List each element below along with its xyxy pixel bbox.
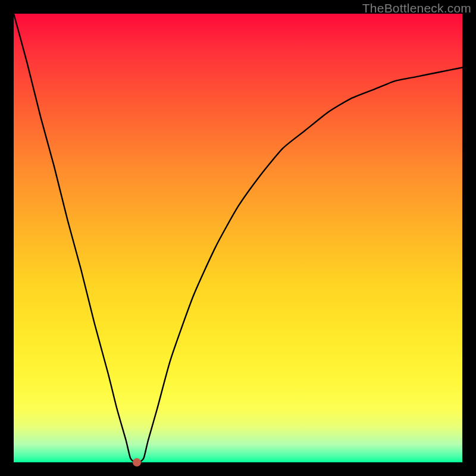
plot-area <box>14 14 462 462</box>
chart-frame: TheBottleneck.com <box>0 0 476 476</box>
optimal-point-marker <box>133 458 141 466</box>
bottleneck-curve <box>14 14 462 462</box>
watermark-text: TheBottleneck.com <box>362 1 471 15</box>
